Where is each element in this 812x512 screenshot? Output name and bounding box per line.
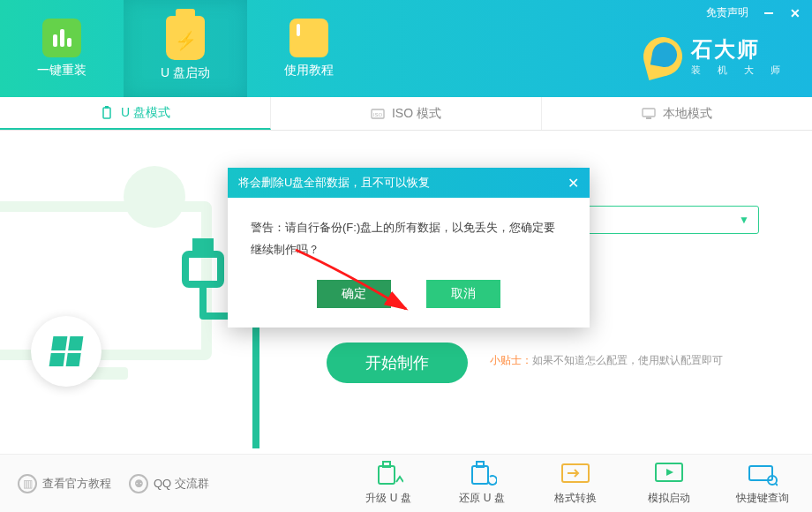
monitor-icon — [642, 107, 656, 121]
brand: 石大师 装 机 大 师 — [643, 35, 787, 77]
nav-label: 一键重装 — [37, 63, 86, 79]
svg-line-16 — [776, 484, 778, 486]
dialog-body: 警告：请自行备份(F:)盘上的所有数据，以免丢失，您确定要继续制作吗？ — [228, 198, 590, 275]
keyboard-search-icon — [748, 461, 778, 487]
app-header: 免责声明 ✕ 一键重装 U 盘启动 使用教程 石大师 装 机 大 师 — [0, 0, 812, 97]
dialog-header: 将会删除U盘全部数据，且不可以恢复 ✕ — [228, 168, 590, 198]
brand-subtitle: 装 机 大 师 — [691, 64, 787, 77]
hint-text: 小贴士：如果不知道怎么配置，使用默认配置即可 — [490, 353, 723, 368]
iso-icon: ISO — [371, 107, 385, 121]
chip-label: 查看官方教程 — [42, 476, 111, 492]
nav-label: 使用教程 — [284, 63, 334, 79]
chevron-down-icon: ▼ — [739, 214, 749, 226]
bars-icon — [42, 19, 81, 57]
svg-rect-8 — [379, 466, 395, 484]
svg-rect-10 — [472, 466, 488, 484]
svg-rect-7 — [192, 238, 214, 256]
minimize-button[interactable] — [763, 7, 775, 19]
tab-local-mode[interactable]: 本地模式 — [542, 97, 812, 130]
tab-label: 本地模式 — [663, 106, 712, 122]
dialog-title: 将会删除U盘全部数据，且不可以恢复 — [238, 175, 430, 191]
hint-body: 如果不知道怎么配置，使用默认配置即可 — [532, 354, 723, 366]
windows-logo-icon — [49, 336, 84, 366]
tool-hotkey-lookup[interactable]: 快捷键查询 — [731, 461, 794, 506]
disclaimer-link[interactable]: 免责声明 — [706, 5, 748, 20]
svg-rect-4 — [643, 109, 655, 117]
svg-rect-0 — [103, 108, 110, 118]
tab-iso-mode[interactable]: ISO ISO 模式 — [271, 97, 542, 130]
nav-label: U 盘启动 — [161, 65, 210, 81]
svg-rect-1 — [105, 106, 109, 109]
svg-rect-11 — [477, 462, 484, 467]
mode-tabs: U 盘模式 ISO ISO 模式 本地模式 — [0, 97, 812, 131]
convert-icon — [560, 461, 590, 487]
usb-up-icon — [373, 461, 403, 487]
tab-label: ISO 模式 — [392, 106, 441, 122]
close-window-button[interactable]: ✕ — [789, 7, 801, 19]
svg-text:ISO: ISO — [373, 112, 383, 117]
hint-prefix: 小贴士： — [490, 354, 532, 366]
monitor-decoration-icon — [0, 201, 212, 360]
windows-badge — [31, 316, 102, 387]
people-icon: ⚉ — [129, 474, 148, 493]
cancel-button[interactable]: 取消 — [426, 280, 500, 308]
confirm-dialog: 将会删除U盘全部数据，且不可以恢复 ✕ 警告：请自行备份(F:)盘上的所有数据，… — [228, 168, 590, 328]
confirm-button[interactable]: 确定 — [317, 280, 391, 308]
main-nav: 一键重装 U 盘启动 使用教程 — [0, 0, 371, 97]
tool-upgrade-usb[interactable]: 升级 U 盘 — [357, 461, 420, 506]
nav-usb-boot[interactable]: U 盘启动 — [124, 0, 247, 97]
tool-format-convert[interactable]: 格式转换 — [544, 461, 607, 506]
play-monitor-icon — [654, 461, 684, 487]
book-open-icon: ▥ — [18, 474, 37, 493]
usb-shield-icon — [166, 16, 205, 60]
svg-rect-5 — [646, 117, 651, 119]
brand-title: 石大师 — [691, 35, 787, 64]
qq-group-link[interactable]: ⚉ QQ 交流群 — [129, 474, 209, 493]
book-icon — [289, 19, 328, 57]
start-create-button[interactable]: 开始制作 — [327, 343, 468, 383]
dialog-close-button[interactable]: ✕ — [568, 175, 579, 192]
chip-label: QQ 交流群 — [154, 476, 209, 492]
tool-label: 模拟启动 — [648, 491, 690, 506]
footer-tools: 升级 U 盘 还原 U 盘 格式转换 模拟启动 快捷键查询 — [357, 461, 794, 506]
window-controls: 免责声明 ✕ — [706, 5, 801, 20]
nav-tutorial[interactable]: 使用教程 — [247, 0, 371, 97]
footer-left: ▥ 查看官方教程 ⚉ QQ 交流群 — [18, 474, 209, 493]
tool-label: 升级 U 盘 — [365, 491, 410, 506]
tab-label: U 盘模式 — [121, 105, 170, 121]
tool-label: 还原 U 盘 — [459, 491, 504, 506]
tool-label: 格式转换 — [554, 491, 597, 506]
tool-label: 快捷键查询 — [736, 491, 789, 506]
brand-logo-icon — [643, 37, 682, 76]
official-tutorial-link[interactable]: ▥ 查看官方教程 — [18, 474, 111, 493]
nav-one-click-reinstall[interactable]: 一键重装 — [0, 0, 124, 97]
tool-restore-usb[interactable]: 还原 U 盘 — [450, 461, 514, 506]
usb-icon — [100, 106, 114, 120]
tool-simulate-boot[interactable]: 模拟启动 — [637, 461, 701, 506]
usb-refresh-icon — [467, 461, 497, 487]
tab-usb-mode[interactable]: U 盘模式 — [0, 97, 271, 130]
dialog-footer: 确定 取消 — [228, 275, 590, 328]
footer: ▥ 查看官方教程 ⚉ QQ 交流群 升级 U 盘 还原 U 盘 格式转换 模拟启… — [0, 454, 812, 512]
svg-rect-9 — [383, 462, 390, 467]
